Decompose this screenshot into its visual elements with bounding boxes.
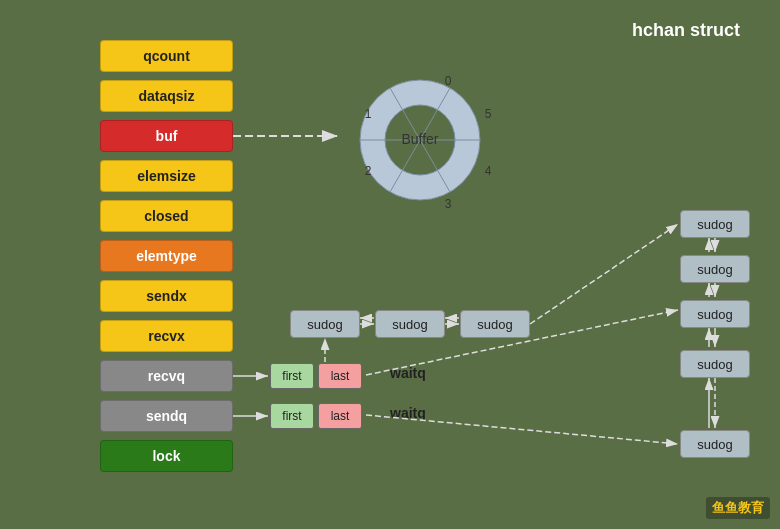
field-sendx: sendx [100, 280, 233, 312]
field-closed: closed [100, 200, 233, 232]
field-elemsize: elemsize [100, 160, 233, 192]
sudog-col-2: sudog [680, 255, 750, 283]
field-sendq: sendq [100, 400, 233, 432]
svg-text:4: 4 [485, 164, 492, 178]
sudog-col-3: sudog [680, 300, 750, 328]
field-recvx: recvx [100, 320, 233, 352]
field-dataqsiz: dataqsiz [100, 80, 233, 112]
buffer-ring: Buffer 0 1 2 3 4 5 [340, 60, 500, 220]
svg-text:5: 5 [485, 107, 492, 121]
waitq2-last: last [318, 403, 362, 429]
sudog-row-3: sudog [460, 310, 530, 338]
sudog-col-5: sudog [680, 430, 750, 458]
waitq2-first: first [270, 403, 314, 429]
watermark: 鱼鱼教育 [706, 497, 770, 519]
svg-text:1: 1 [365, 107, 372, 121]
waitq2-label: waitq [390, 405, 426, 421]
svg-text:Buffer: Buffer [401, 131, 438, 147]
sudog-col-1: sudog [680, 210, 750, 238]
field-recvq: recvq [100, 360, 233, 392]
sudog-row-1: sudog [290, 310, 360, 338]
waitq1-container: first last [270, 362, 362, 390]
waitq1-label: waitq [390, 365, 426, 381]
hchan-title: hchan struct [632, 20, 740, 41]
field-elemtype: elemtype [100, 240, 233, 272]
svg-text:3: 3 [445, 197, 452, 211]
field-lock: lock [100, 440, 233, 472]
field-buf: buf [100, 120, 233, 152]
waitq1-last: last [318, 363, 362, 389]
waitq2-container: first last [270, 402, 362, 430]
svg-line-23 [530, 224, 678, 324]
waitq1-first: first [270, 363, 314, 389]
sudog-row-2: sudog [375, 310, 445, 338]
svg-text:2: 2 [365, 164, 372, 178]
svg-text:0: 0 [445, 74, 452, 88]
sudog-col-4: sudog [680, 350, 750, 378]
field-qcount: qcount [100, 40, 233, 72]
